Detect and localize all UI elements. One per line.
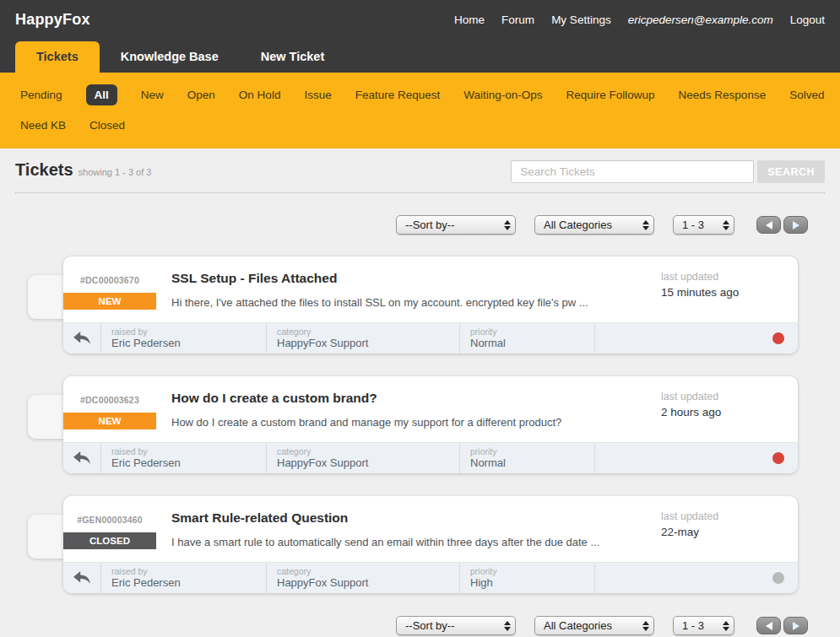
select-arrows-icon [504,621,511,631]
top-nav: Home Forum My Settings ericpedersen@exam… [454,13,825,26]
tab-knowledge-base[interactable]: Knowledge Base [100,41,240,73]
priority-cell: priority High [459,563,594,593]
reply-button[interactable] [63,563,100,593]
filter-need-kb[interactable]: Need KB [20,119,66,132]
ticket-id: #DC00003623 [63,395,156,405]
ticket-title[interactable]: How do I create a custom brand? [171,391,646,406]
sort-select[interactable]: --Sort by-- [396,215,516,235]
ticket-row: #GEN00003460 CLOSED Smart Rule-related Q… [63,496,798,593]
category-cell: category HappyFox Support [266,323,459,354]
sort-select[interactable]: --Sort by-- [396,616,516,635]
filter-needs-response[interactable]: Needs Response [679,89,767,101]
ticket-card: #DC00003670 NEW SSL Setup - Files Attach… [63,256,798,354]
heading: Ticketsshowing 1 - 3 of 3 [15,160,151,180]
status-dot-cell [594,323,798,354]
select-arrows-icon [723,621,729,631]
arrow-right-icon [793,221,799,229]
last-updated-value: 15 minutes ago [661,286,791,299]
category-cell: category HappyFox Support [266,443,459,473]
nav-forum[interactable]: Forum [501,13,534,26]
status-badge: NEW [63,293,156,310]
app-logo: HappyFox [15,11,90,29]
arrow-left-icon [766,622,772,630]
nav-home[interactable]: Home [454,13,485,26]
page-range-select[interactable]: 1 - 3 [673,616,734,635]
arrow-left-icon [766,221,772,229]
last-updated-value: 22-may [661,526,791,538]
priority-cell: priority Normal [459,443,594,473]
status-dot-cell [594,563,798,593]
last-updated-label: last updated [661,391,791,402]
page-title: Tickets [15,160,73,179]
ticket-id: #DC00003670 [63,275,156,285]
ticket-card-main[interactable]: #DC00003670 NEW SSL Setup - Files Attach… [63,256,798,322]
status-badge: CLOSED [63,532,156,549]
top-controls: --Sort by-- All Categories 1 - 3 [15,215,808,235]
raised-by-cell: raised by Eric Pedersen [100,443,266,473]
select-arrows-icon [642,621,649,631]
filter-solved[interactable]: Solved [789,89,824,101]
filter-new[interactable]: New [141,89,164,101]
reply-button[interactable] [63,323,100,354]
ticket-row: #DC00003623 NEW How do I create a custom… [63,376,798,473]
ticket-footer: raised by Eric Pedersen category HappyFo… [63,562,798,593]
ticket-card: #GEN00003460 CLOSED Smart Rule-related Q… [63,496,798,593]
filter-on-hold[interactable]: On Hold [239,89,281,101]
next-page-button[interactable] [783,216,808,234]
status-dot-cell [594,443,798,473]
filter-all[interactable]: All [86,84,117,105]
nav-my-settings[interactable]: My Settings [551,13,611,26]
raised-by-cell: raised by Eric Pedersen [100,563,266,593]
filter-open[interactable]: Open [187,89,215,101]
select-arrows-icon [723,220,729,230]
next-page-button[interactable] [783,617,808,634]
last-updated-label: last updated [661,271,791,283]
ticket-row: #DC00003670 NEW SSL Setup - Files Attach… [63,256,798,354]
filter-waiting-on-ops[interactable]: Waiting-on-Ops [463,89,542,101]
category-select[interactable]: All Categories [534,616,654,635]
main-content: Ticketsshowing 1 - 3 of 3 SEARCH --Sort … [0,148,840,637]
filter-issue[interactable]: Issue [304,89,331,101]
pager [756,617,808,634]
reply-icon [73,451,91,466]
ticket-snippet: Hi there, I've attached the files to ins… [171,296,646,309]
prev-page-button[interactable] [756,617,781,634]
raised-by-cell: raised by Eric Pedersen [100,323,266,354]
user-email: ericpedersen@example.com [628,13,773,26]
main-tabs: Tickets Knowledge Base New Ticket [15,41,825,73]
reply-icon [73,331,91,346]
category-select[interactable]: All Categories [534,215,654,235]
page-range-select[interactable]: 1 - 3 [673,215,734,235]
ticket-footer: raised by Eric Pedersen category HappyFo… [63,442,798,473]
select-arrows-icon [504,220,511,230]
nav-logout[interactable]: Logout [790,13,825,26]
filter-pending[interactable]: Pending [20,89,62,101]
search-box: SEARCH [511,160,825,183]
ticket-card: #DC00003623 NEW How do I create a custom… [63,376,798,473]
reply-button[interactable] [63,443,100,473]
filter-closed[interactable]: Closed [89,119,125,132]
filter-feature-request[interactable]: Feature Request [355,89,441,101]
search-button[interactable]: SEARCH [757,160,825,183]
tab-new-ticket[interactable]: New Ticket [240,41,346,73]
filter-require-followup[interactable]: Require Followup [566,89,655,101]
last-updated-value: 2 hours ago [661,406,791,418]
ticket-card-main[interactable]: #GEN00003460 CLOSED Smart Rule-related Q… [63,496,798,562]
prev-page-button[interactable] [756,216,781,234]
ticket-title[interactable]: SSL Setup - Files Attached [171,271,646,286]
search-input[interactable] [511,160,754,183]
ticket-snippet: How do I create a custom brand and manag… [171,416,646,429]
showing-count: showing 1 - 3 of 3 [79,167,152,177]
bottom-controls: --Sort by-- All Categories 1 - 3 [15,616,808,637]
ticket-title[interactable]: Smart Rule-related Question [171,510,646,526]
top-bar: HappyFox Home Forum My Settings ericpede… [0,0,840,73]
reply-icon [73,570,91,586]
ticket-id: #GEN00003460 [63,515,156,525]
tab-tickets[interactable]: Tickets [15,41,100,73]
status-dot [772,452,784,464]
ticket-snippet: I have a smart rule to automatically sen… [171,536,646,548]
priority-cell: priority Normal [459,323,594,354]
ticket-card-main[interactable]: #DC00003623 NEW How do I create a custom… [63,376,798,442]
category-cell: category HappyFox Support [266,563,459,593]
ticket-list: #DC00003670 NEW SSL Setup - Files Attach… [63,256,798,593]
